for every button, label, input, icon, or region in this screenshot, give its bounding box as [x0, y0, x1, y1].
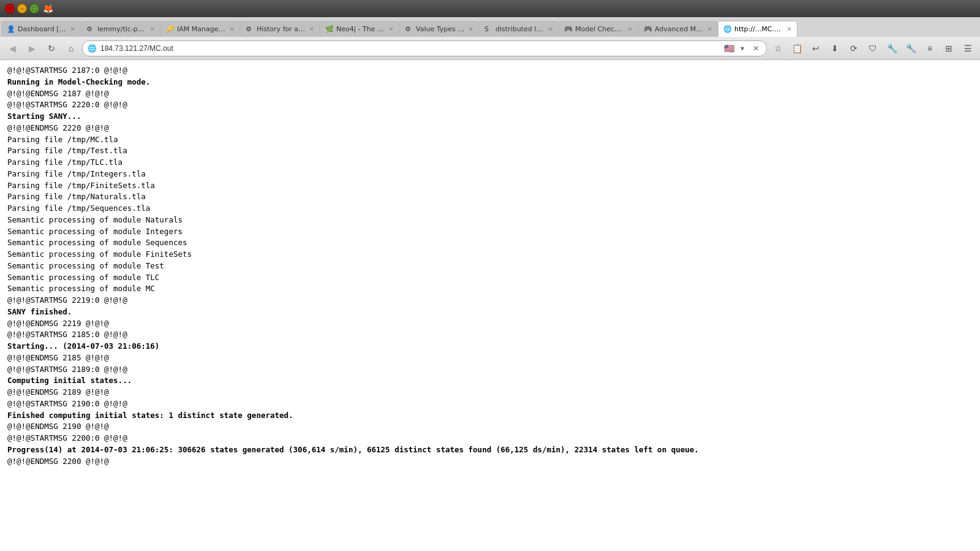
tab-model[interactable]: 🎮Model Checkin...✕	[559, 21, 638, 37]
download-icon: ⬇	[831, 44, 839, 53]
tab-distributed-favicon: S	[484, 25, 493, 34]
content-line: Semantic processing of module TLC	[7, 272, 973, 284]
content-line: Finished computing initial states: 1 dis…	[7, 410, 973, 422]
flag-icon: 🇺🇸	[723, 43, 734, 54]
tab-current-close[interactable]: ✕	[787, 26, 792, 32]
home-icon: ⌂	[69, 44, 74, 53]
maximize-button[interactable]: □	[29, 4, 39, 13]
page-action-button[interactable]: ↩	[807, 40, 824, 57]
close-button[interactable]: ✕	[5, 4, 15, 13]
content-line: Parsing file /tmp/TLC.tla	[7, 157, 973, 169]
browser-icon: 🦊	[43, 4, 53, 13]
address-favicon: 🌐	[88, 44, 97, 53]
tab-current-label: http://...MC.out	[734, 25, 783, 33]
content-line: @!@!@ENDMSG 2185 @!@!@	[7, 352, 973, 364]
tab-current[interactable]: 🌐http://...MC.out✕	[718, 21, 797, 37]
bookmark-star-button[interactable]: ☆	[769, 40, 786, 57]
back-button[interactable]: ◀	[4, 40, 21, 57]
tab-advanced-favicon: 🎮	[644, 25, 652, 34]
content-line: @!@!@ENDMSG 2200 @!@!@	[7, 456, 973, 468]
content-line: Parsing file /tmp/Naturals.tla	[7, 191, 973, 203]
content-line: Parsing file /tmp/MC.tla	[7, 134, 973, 146]
tab-advanced[interactable]: 🎮Advanced Mo...✕	[638, 21, 718, 37]
address-bar[interactable]: 🌐 🇺🇸 ▾ ✕	[82, 40, 767, 56]
tab-iam-favicon: 🔑	[166, 25, 175, 34]
grid-button[interactable]: ⊞	[940, 40, 957, 57]
content-line: Semantic processing of module Test	[7, 260, 973, 272]
tab-distributed-label: distributed liv...	[496, 25, 545, 33]
address-input[interactable]	[100, 44, 720, 53]
refresh-button[interactable]: ⟳	[845, 40, 862, 57]
tab-lemmy-label: lemmy/tlc-perf	[97, 25, 146, 33]
download-button[interactable]: ⬇	[826, 40, 843, 57]
extension2-icon: ≡	[927, 44, 932, 53]
toolbar-right: ☆ 📋 ↩ ⬇ ⟳ 🛡 🔧 🔧 ≡ ⊞ ☰	[769, 40, 976, 57]
tools-button[interactable]: 🔧	[902, 40, 919, 57]
tab-dashboard-close[interactable]: ✕	[70, 26, 75, 32]
tab-value[interactable]: ⚙Value Types for J...✕	[399, 21, 479, 37]
dropdown-icon[interactable]: ▾	[737, 43, 748, 54]
tab-model-favicon: 🎮	[564, 25, 573, 34]
tab-history-close[interactable]: ✕	[309, 26, 314, 32]
grid-icon: ⊞	[945, 44, 952, 53]
bookmark-icon: 📋	[792, 44, 802, 53]
content-line: Progress(14) at 2014-07-03 21:06:25: 306…	[7, 444, 973, 456]
content-line: Parsing file /tmp/FiniteSets.tla	[7, 180, 973, 192]
content-line: Starting SANY...	[7, 111, 973, 123]
tab-history-favicon: ⚙	[246, 25, 254, 34]
forward-icon: ▶	[29, 44, 36, 53]
content-line: Computing initial states...	[7, 375, 973, 387]
content-line: @!@!@STARTMSG 2220:0 @!@!@	[7, 99, 973, 111]
security-button[interactable]: 🛡	[864, 40, 881, 57]
tab-value-label: Value Types for J...	[416, 25, 465, 33]
tab-dashboard-label: Dashboard [Je...	[18, 25, 67, 33]
content-line: Starting... (2014-07-03 21:06:16)	[7, 341, 973, 352]
tab-iam[interactable]: 🔑IAM Managem...✕	[160, 21, 240, 37]
tab-lemmy-favicon: ⚙	[86, 25, 95, 34]
content-line: Parsing file /tmp/Integers.tla	[7, 169, 973, 180]
tab-iam-close[interactable]: ✕	[230, 26, 235, 32]
bookmark-list-button[interactable]: 📋	[788, 40, 805, 57]
menu-button[interactable]: ☰	[959, 40, 976, 57]
puzzle-icon: 🔧	[887, 44, 897, 53]
tab-current-favicon: 🌐	[723, 25, 732, 34]
star-icon: ☆	[774, 44, 782, 53]
tab-dashboard-favicon: 👤	[7, 25, 15, 34]
extension2-button[interactable]: ≡	[921, 40, 938, 57]
content-line: @!@!@ENDMSG 2219 @!@!@	[7, 318, 973, 330]
content-line: Semantic processing of module Integers	[7, 226, 973, 238]
content-line: SANY finished.	[7, 306, 973, 318]
home-button[interactable]: ⌂	[62, 40, 80, 57]
extension-button[interactable]: 🔧	[883, 40, 900, 57]
tab-lemmy-close[interactable]: ✕	[150, 26, 155, 32]
titlebar-buttons: ✕ − □	[5, 4, 39, 13]
titlebar: ✕ − □ 🦊	[0, 0, 980, 17]
back-icon: ◀	[9, 44, 16, 53]
tab-lemmy[interactable]: ⚙lemmy/tlc-perf✕	[81, 21, 160, 37]
page-action-icon: ↩	[812, 44, 820, 53]
forward-button[interactable]: ▶	[23, 40, 40, 57]
reload-button[interactable]: ↻	[43, 40, 60, 57]
content-line: Semantic processing of module MC	[7, 283, 973, 295]
tab-history-label: History for az...	[257, 25, 306, 33]
tab-model-close[interactable]: ✕	[628, 26, 633, 32]
tab-neo4j[interactable]: 🌿Neo4j - The W...✕	[320, 21, 399, 37]
close-address-icon[interactable]: ✕	[750, 43, 761, 54]
tab-model-label: Model Checkin...	[575, 25, 624, 33]
tab-neo4j-close[interactable]: ✕	[389, 26, 394, 32]
content-line: @!@!@STARTMSG 2185:0 @!@!@	[7, 329, 973, 341]
content-line: @!@!@STARTMSG 2187:0 @!@!@	[7, 65, 973, 77]
tab-history[interactable]: ⚙History for az...✕	[240, 21, 320, 37]
tab-value-favicon: ⚙	[405, 25, 413, 34]
address-icons: 🇺🇸 ▾ ✕	[723, 43, 761, 54]
tab-advanced-close[interactable]: ✕	[707, 26, 712, 32]
page-content: @!@!@STARTMSG 2187:0 @!@!@Running in Mod…	[0, 60, 980, 551]
tab-distributed[interactable]: Sdistributed liv...✕	[479, 21, 559, 37]
tab-dashboard[interactable]: 👤Dashboard [Je...✕	[1, 21, 81, 37]
tab-distributed-close[interactable]: ✕	[548, 26, 553, 32]
minimize-button[interactable]: −	[17, 4, 27, 13]
content-line: @!@!@STARTMSG 2190:0 @!@!@	[7, 398, 973, 410]
content-line: Semantic processing of module Naturals	[7, 215, 973, 226]
tab-value-close[interactable]: ✕	[469, 26, 473, 32]
content-line: Parsing file /tmp/Sequences.tla	[7, 203, 973, 215]
